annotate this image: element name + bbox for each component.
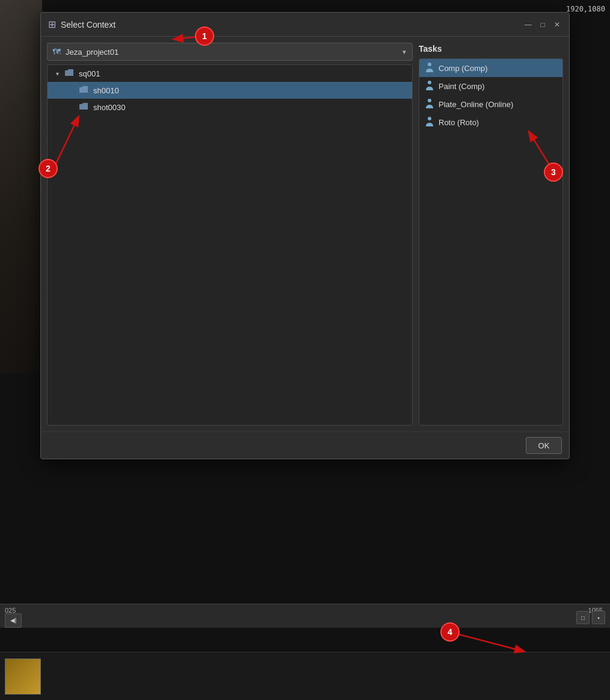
tree-item-sq001[interactable]: ▾ sq001: [48, 65, 412, 82]
person-icon: [425, 98, 434, 111]
project-name: Jeza_project01: [66, 48, 396, 57]
select-context-dialog: ⊞ Select Context — □ ✕ 🗺 Jeza_project01 …: [40, 12, 570, 459]
svg-point-1: [428, 81, 431, 84]
ok-button[interactable]: OK: [526, 437, 562, 454]
task-item-paint[interactable]: Paint (Comp): [419, 77, 562, 95]
dialog-titlebar: ⊞ Select Context — □ ✕: [41, 13, 569, 37]
tree-item-label: sh0010: [93, 86, 119, 95]
task-label: Comp (Comp): [439, 64, 488, 73]
folder-icon: [64, 69, 74, 79]
task-item-roto[interactable]: Roto (Roto): [419, 113, 562, 131]
dropdown-arrow-icon: ▼: [401, 49, 407, 55]
filmstrip-thumb: [5, 658, 41, 695]
tasks-panel: Tasks Comp (Comp): [419, 43, 563, 426]
svg-point-3: [428, 117, 431, 120]
tree-panel: 🗺 Jeza_project01 ▼ ▾ sq001: [47, 43, 413, 426]
person-icon: [425, 62, 434, 75]
dialog-title: Select Context: [61, 20, 523, 29]
expand-icon: ▾: [52, 70, 62, 77]
titlebar-buttons: — □ ✕: [523, 20, 562, 29]
project-icon: 🗺: [52, 47, 61, 57]
tree-item-sh0010[interactable]: sh0010: [48, 82, 412, 99]
maximize-button[interactable]: □: [538, 20, 547, 29]
svg-point-0: [428, 63, 431, 66]
minimize-button[interactable]: —: [523, 20, 533, 29]
person-icon: [425, 80, 434, 93]
dialog-overlay: ⊞ Select Context — □ ✕ 🗺 Jeza_project01 …: [0, 0, 610, 652]
tree-item-label: sq001: [79, 69, 100, 78]
tree-item-shot0030[interactable]: shot0030: [48, 99, 412, 116]
dialog-body: 🗺 Jeza_project01 ▼ ▾ sq001: [41, 37, 569, 432]
person-icon: [425, 116, 434, 129]
tasks-list: Comp (Comp) Paint (Comp): [419, 58, 563, 426]
task-label: Plate_Online (Online): [439, 100, 513, 109]
task-label: Paint (Comp): [439, 82, 485, 91]
folder-icon: [79, 102, 88, 113]
dialog-title-icon: ⊞: [48, 19, 56, 30]
project-dropdown[interactable]: 🗺 Jeza_project01 ▼: [47, 43, 413, 61]
task-item-plate-online[interactable]: Plate_Online (Online): [419, 95, 562, 113]
dialog-footer: OK: [41, 432, 569, 459]
tree-item-label: shot0030: [93, 103, 126, 112]
folder-icon: [79, 85, 88, 96]
svg-point-2: [428, 99, 431, 102]
task-item-comp[interactable]: Comp (Comp): [419, 59, 562, 77]
close-button[interactable]: ✕: [552, 20, 562, 29]
tasks-header: Tasks: [419, 43, 563, 55]
tree-container: ▾ sq001: [47, 64, 413, 426]
filmstrip: [0, 652, 610, 700]
task-label: Roto (Roto): [439, 118, 479, 127]
